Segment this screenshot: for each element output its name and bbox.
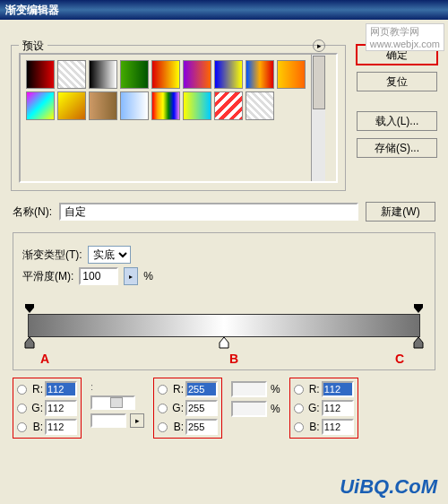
svg-marker-1 bbox=[414, 304, 423, 313]
smooth-spinner[interactable]: ▸ bbox=[124, 267, 138, 285]
radio-c-g[interactable] bbox=[294, 404, 304, 413]
input-b-r[interactable] bbox=[185, 381, 218, 397]
radio-b-g[interactable] bbox=[158, 404, 168, 413]
svg-marker-3 bbox=[220, 337, 228, 348]
window-title: 渐变编辑器 bbox=[5, 3, 59, 18]
gradient-settings: 渐变类型(T): 实底 平滑度(M): ▸ % A B C bbox=[13, 232, 435, 370]
input-c-g[interactable] bbox=[322, 400, 354, 416]
svg-marker-4 bbox=[414, 337, 423, 348]
radio-b-b[interactable] bbox=[158, 422, 168, 432]
preset-swatch-4[interactable] bbox=[151, 60, 180, 89]
radio-b-r[interactable] bbox=[158, 385, 168, 395]
preset-swatch-16[interactable] bbox=[246, 91, 274, 120]
presets-menu-icon[interactable]: ▸ bbox=[313, 39, 325, 52]
preset-swatch-9[interactable] bbox=[26, 91, 55, 120]
color-stop-c[interactable] bbox=[413, 337, 424, 348]
input-b-b[interactable] bbox=[185, 419, 218, 435]
play-button[interactable]: ▸ bbox=[130, 413, 144, 428]
input-c-b[interactable] bbox=[322, 419, 354, 435]
presets-scrollbar[interactable] bbox=[311, 55, 325, 181]
input-a-g[interactable] bbox=[45, 400, 77, 416]
gradient-strip[interactable] bbox=[28, 314, 420, 337]
opacity-stop-right[interactable] bbox=[413, 303, 424, 314]
preset-swatch-13[interactable] bbox=[151, 91, 180, 120]
preset-swatch-1[interactable] bbox=[57, 60, 86, 89]
percent-label: % bbox=[143, 270, 153, 282]
preset-swatch-10[interactable] bbox=[57, 91, 86, 120]
radio-a-b[interactable] bbox=[17, 422, 27, 432]
radio-c-b[interactable] bbox=[294, 422, 304, 432]
window-titlebar: 渐变编辑器 bbox=[0, 0, 448, 20]
preset-swatch-6[interactable] bbox=[214, 60, 243, 89]
watermark-bottom: UiBQ.CoM bbox=[340, 475, 437, 499]
radio-c-r[interactable] bbox=[294, 385, 304, 395]
slider-1[interactable] bbox=[90, 395, 135, 410]
preset-grid bbox=[21, 55, 311, 181]
name-input[interactable] bbox=[59, 203, 358, 221]
pct-controls: % % bbox=[231, 381, 280, 417]
input-c-r[interactable] bbox=[322, 381, 354, 397]
rgb-block-a: R: G: B: bbox=[13, 378, 82, 439]
stop-label-a: A bbox=[40, 352, 49, 366]
preset-swatch-11[interactable] bbox=[89, 91, 117, 120]
load-button[interactable]: 载入(L)... bbox=[357, 111, 437, 131]
slider-2[interactable] bbox=[90, 413, 126, 428]
input-a-b[interactable] bbox=[45, 419, 77, 435]
scroll-thumb[interactable] bbox=[313, 56, 325, 109]
presets-legend: 预设 bbox=[19, 39, 47, 54]
preset-swatch-3[interactable] bbox=[120, 60, 149, 89]
color-stop-a[interactable] bbox=[24, 337, 35, 348]
preset-area bbox=[19, 53, 338, 183]
radio-a-g[interactable] bbox=[17, 404, 27, 413]
name-label: 名称(N): bbox=[13, 204, 52, 220]
preset-swatch-14[interactable] bbox=[183, 91, 211, 120]
svg-marker-2 bbox=[25, 337, 34, 348]
preset-swatch-7[interactable] bbox=[246, 60, 274, 89]
svg-marker-0 bbox=[25, 304, 34, 313]
pct-input-1[interactable] bbox=[231, 381, 267, 397]
new-button[interactable]: 新建(W) bbox=[366, 202, 435, 222]
save-button[interactable]: 存储(S)... bbox=[357, 138, 437, 158]
input-a-r[interactable] bbox=[45, 381, 77, 397]
smooth-input[interactable] bbox=[79, 267, 118, 285]
rgb-block-c: R: G: B: bbox=[289, 378, 358, 439]
mid-controls: : ▸ bbox=[90, 381, 144, 428]
reset-button[interactable]: 复位 bbox=[357, 72, 437, 91]
rgb-block-b: R: G: B: bbox=[153, 378, 222, 439]
pct-input-2[interactable] bbox=[231, 401, 267, 417]
type-label: 渐变类型(T): bbox=[22, 248, 82, 263]
preset-swatch-0[interactable] bbox=[26, 60, 55, 89]
input-b-g[interactable] bbox=[185, 400, 218, 416]
preset-swatch-15[interactable] bbox=[214, 91, 243, 120]
opacity-stop-left[interactable] bbox=[24, 303, 35, 314]
watermark-top: 网页教学网www.webjx.com bbox=[366, 23, 444, 51]
preset-swatch-5[interactable] bbox=[183, 60, 211, 89]
radio-a-r[interactable] bbox=[17, 385, 27, 395]
type-select[interactable]: 实底 bbox=[88, 246, 131, 264]
smooth-label: 平滑度(M): bbox=[22, 269, 73, 284]
preset-swatch-12[interactable] bbox=[120, 91, 149, 120]
stop-label-c: C bbox=[395, 352, 404, 366]
label-b: B: bbox=[30, 421, 43, 433]
color-stop-b[interactable] bbox=[219, 337, 229, 348]
label-g: G: bbox=[30, 402, 43, 414]
stop-label-b: B bbox=[229, 352, 238, 366]
preset-swatch-2[interactable] bbox=[89, 60, 117, 89]
label-r: R: bbox=[30, 383, 43, 395]
preset-swatch-8[interactable] bbox=[277, 60, 306, 89]
presets-fieldset: 预设 ▸ bbox=[11, 45, 346, 191]
